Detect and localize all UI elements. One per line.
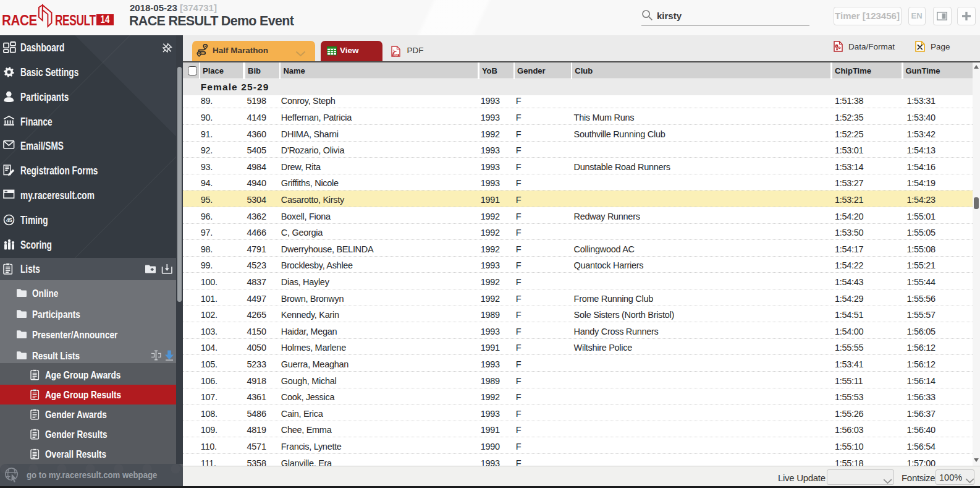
svg-text:45: 45: [6, 216, 12, 223]
svg-text:PDF: PDF: [393, 54, 398, 56]
